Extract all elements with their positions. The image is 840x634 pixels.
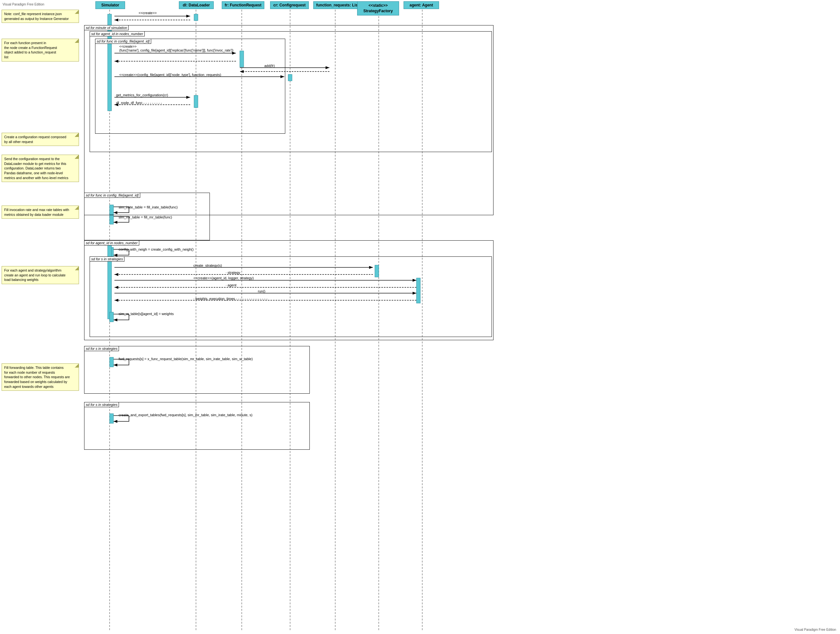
lifeline-agent: agent: Agent xyxy=(404,1,439,9)
lifeline-simulator: Simulator xyxy=(95,1,125,9)
sd-strategies1: sd for s in strategies xyxy=(90,256,492,337)
label-fwd-requests: fwd_requests[s] = x_func_request_table(s… xyxy=(118,357,253,361)
note-forwarding: Fill forwarding table. This table contai… xyxy=(2,363,79,391)
note-fill-tables: Fill invocation rate and max rate tables… xyxy=(2,205,79,219)
sd-strategies2: sd for s in strategies xyxy=(84,346,310,394)
lifeline-function-requests: function_requests: List xyxy=(313,1,362,9)
label-create-fr: <<create>> (func['name'], config_file[ag… xyxy=(119,44,234,52)
lifeline-dl: dl: DataLoader xyxy=(179,1,214,9)
note-config-request: Create a configuration request composedb… xyxy=(2,133,79,146)
sd-strategies3-label: sd for s in strategies xyxy=(84,402,119,407)
watermark-bottom: Visual Paradigm Free Edition xyxy=(794,628,836,631)
label-strategy-return: · strategy xyxy=(226,271,240,274)
label-create-export: create_and_export_tables(fwd_requests[s]… xyxy=(118,413,253,417)
label-get-metrics: get_metrics_for_configuration(cr) xyxy=(116,93,168,97)
lifeline-fr: fr: FunctionRequest xyxy=(222,1,264,9)
label-irate: sim_irate_table = fill_irate_table(func) xyxy=(118,205,178,209)
sd-func-config: sd for func in config_file[agent_id] xyxy=(95,39,285,134)
sd-strategies2-label: sd for s in strategies xyxy=(84,346,119,351)
label-create1: <<create>> xyxy=(139,11,157,15)
label-add-fr: add(fr) xyxy=(264,64,275,68)
label-agent-return: · agent xyxy=(226,283,237,287)
label-mr-table: sim_mr_table = fill_mr_table(func) xyxy=(118,215,172,219)
sd-agent-id-label: sd for agent_id in nodes_number xyxy=(90,31,145,36)
label-config-neigh: config_with_neigh = create_config_with_n… xyxy=(118,248,194,251)
sd-func-config2-label: sd for func in config_file[agent_id] xyxy=(84,192,140,198)
watermark-top: Visual Paradigm Free Edition xyxy=(3,3,44,6)
label-create-cr: <<create>>(config_file[agent_id]['node_t… xyxy=(119,73,221,77)
label-sim-w-table: sim_w_table[s][agent_id] = weights xyxy=(118,312,174,316)
sd-func-config-label: sd for func in config_file[agent_id] xyxy=(95,39,151,44)
sd-agent-id-nodes2-label: sd for agent_id in nodes_number xyxy=(84,240,139,246)
note-function-request: For each function present inthe node cre… xyxy=(2,39,79,62)
label-run: run() xyxy=(258,289,265,293)
label-weights-return: · weights, execution_times - - - - - - -… xyxy=(193,297,268,301)
diagram-area: Visual Paradigm Free Edition Visual Para… xyxy=(0,0,840,634)
lifeline-strategy-factory: <<static>>StrategyFactory xyxy=(357,1,399,16)
note-agent-strategy: For each agent and strategy/algorithmcre… xyxy=(2,266,79,284)
sd-strategies3: sd for s in strategies xyxy=(84,402,310,450)
note-conf-file: Note: conf_file represent instance.json … xyxy=(2,9,79,23)
label-create-strategy: create_strategy(s) xyxy=(193,263,222,267)
sd-strategies1-label: sd for s in strategies xyxy=(90,256,125,262)
svg-rect-19 xyxy=(194,14,198,21)
sd-minute-label: sd for minute of simulation xyxy=(84,25,129,30)
lifeline-cr: cr: Configrequest xyxy=(270,1,309,9)
note-dataloader: Send the configuration request to theDat… xyxy=(2,155,79,182)
label-create-agent: <<create>>(agent_id, logger, strategy) xyxy=(193,276,254,280)
label-df-return: df_node, df_func - - - - - - - - - xyxy=(116,101,162,105)
